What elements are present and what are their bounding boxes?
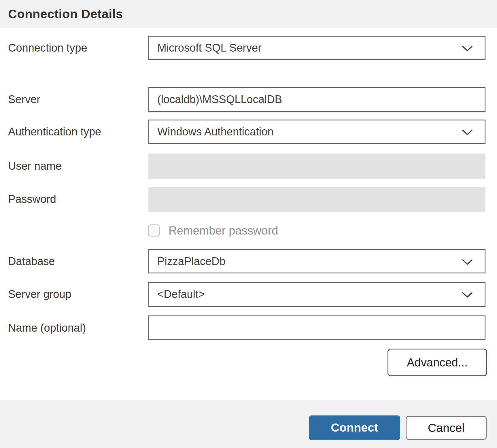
password-label: Password <box>8 187 56 212</box>
database-dropdown[interactable]: PizzaPlaceDb <box>148 249 485 273</box>
connect-button[interactable]: Connect <box>309 415 400 440</box>
password-input <box>156 193 477 205</box>
server-input[interactable] <box>157 93 477 106</box>
database-value: PizzaPlaceDb <box>157 255 226 268</box>
user-name-label: User name <box>8 154 62 179</box>
connection-type-value: Microsoft SQL Server <box>157 42 262 54</box>
server-group-label: Server group <box>8 282 71 307</box>
authentication-type-value: Windows Authentication <box>157 126 273 138</box>
chevron-down-icon <box>462 126 473 138</box>
password-field-disabled <box>148 187 485 212</box>
user-name-input <box>156 160 477 172</box>
server-group-value: <Default> <box>157 288 205 300</box>
advanced-button[interactable]: Advanced... <box>388 349 487 376</box>
connection-type-label: Connection type <box>8 36 87 60</box>
chevron-down-icon <box>462 288 473 300</box>
connection-form: Connection type Microsoft SQL Server Ser… <box>0 0 497 448</box>
remember-password-label: Remember password <box>169 222 278 239</box>
authentication-type-dropdown[interactable]: Windows Authentication <box>148 120 485 144</box>
name-optional-input[interactable] <box>157 322 477 334</box>
chevron-down-icon <box>462 42 473 54</box>
chevron-down-icon <box>462 255 473 268</box>
remember-password-checkbox[interactable] <box>148 224 160 237</box>
server-field <box>148 87 485 112</box>
name-optional-field <box>148 315 485 340</box>
dialog-footer: Connect Cancel <box>0 400 497 448</box>
user-name-field-disabled <box>148 154 485 179</box>
name-optional-label: Name (optional) <box>8 315 86 340</box>
connection-type-dropdown[interactable]: Microsoft SQL Server <box>148 36 485 60</box>
connection-details-dialog: Connection Details Connection type Micro… <box>0 0 497 448</box>
authentication-type-label: Authentication type <box>8 120 101 144</box>
database-label: Database <box>8 249 55 273</box>
server-group-dropdown[interactable]: <Default> <box>148 282 485 307</box>
server-label: Server <box>8 87 40 112</box>
cancel-button[interactable]: Cancel <box>406 416 487 440</box>
